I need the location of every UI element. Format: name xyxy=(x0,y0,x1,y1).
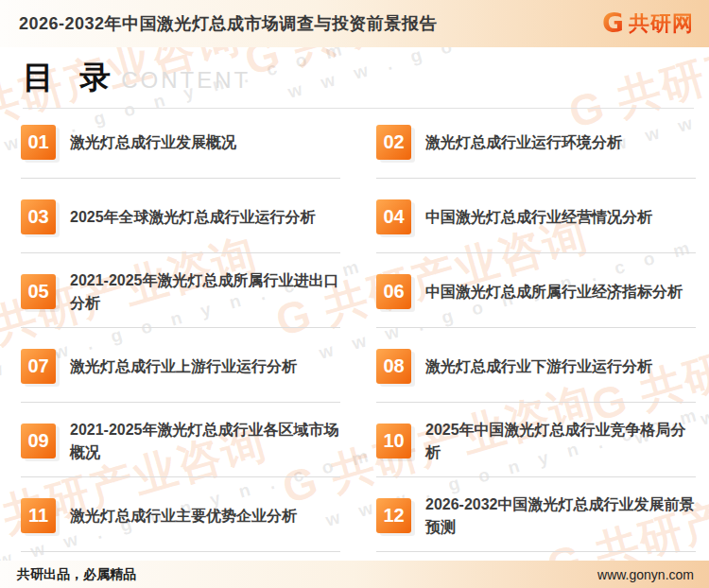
toc-item-number-badge: 04 xyxy=(376,199,411,234)
toc-item-title: 2025年中国激光灯总成行业竞争格局分析 xyxy=(425,419,696,462)
toc-item-number-badge: 11 xyxy=(21,498,56,533)
toc-item-number-badge: 01 xyxy=(21,125,56,160)
toc-item-number-badge: 12 xyxy=(376,498,411,533)
toc-item-12[interactable]: 12 2026-2032中国激光灯总成行业发展前景预测 xyxy=(376,488,696,562)
toc-item-04[interactable]: 04 中国激光灯总成行业经营情况分析 xyxy=(376,189,696,264)
toc-item-number-badge: 10 xyxy=(376,424,411,458)
toc-item-title: 激光灯总成行业发展概况 xyxy=(70,131,236,153)
toc-item-title: 中国激光灯总成行业经营情况分析 xyxy=(425,206,652,228)
report-title: 2026-2032年中国激光灯总成市场调查与投资前景报告 xyxy=(19,12,437,35)
toc-item-03[interactable]: 03 2025年全球激光灯总成行业运行分析 xyxy=(21,189,340,264)
toc-item-title: 激光灯总成行业上游行业运行分析 xyxy=(70,355,297,377)
toc-item-title: 激光灯总成行业下游行业运行分析 xyxy=(425,355,652,377)
footer-slogan: 共研出品，必属精品 xyxy=(17,566,136,583)
toc-item-title: 中国激光灯总成所属行业经济指标分析 xyxy=(425,281,683,303)
toc-item-title: 激光灯总成行业主要优势企业分析 xyxy=(70,505,297,527)
toc-item-10[interactable]: 10 2025年中国激光灯总成行业竞争格局分析 xyxy=(376,413,696,488)
toc-item-number-badge: 02 xyxy=(376,125,411,160)
toc-item-number-badge: 05 xyxy=(21,274,56,309)
logo-g-icon: G xyxy=(602,10,624,37)
report-toc-page: G 共研产业咨询 w w w . g o n y n . c o m G 共研产… xyxy=(0,0,709,588)
toc-item-02[interactable]: 02 激光灯总成行业运行环境分析 xyxy=(376,114,696,189)
header-bar: 2026-2032年中国激光灯总成市场调查与投资前景报告 G 共研网 xyxy=(0,0,709,47)
toc-item-01[interactable]: 01 激光灯总成行业发展概况 xyxy=(21,114,340,189)
toc-item-title: 2021-2025年激光灯总成所属行业进出口分析 xyxy=(70,269,340,313)
toc-item-title: 2025年全球激光灯总成行业运行分析 xyxy=(70,206,316,228)
toc-heading-subtitle: CONTENT xyxy=(121,67,251,94)
toc-item-title: 2021-2025年激光灯总成行业各区域市场概况 xyxy=(70,419,340,462)
toc-item-06[interactable]: 06 中国激光灯总成所属行业经济指标分析 xyxy=(376,264,696,338)
toc-item-number-badge: 03 xyxy=(21,199,56,234)
toc-item-11[interactable]: 11 激光灯总成行业主要优势企业分析 xyxy=(21,488,340,562)
toc-item-08[interactable]: 08 激光灯总成行业下游行业运行分析 xyxy=(376,338,696,413)
toc-item-07[interactable]: 07 激光灯总成行业上游行业运行分析 xyxy=(21,338,340,413)
footer-bar: 共研出品，必属精品 www.gonyn.com xyxy=(0,561,709,588)
toc-item-09[interactable]: 09 2021-2025年激光灯总成行业各区域市场概况 xyxy=(21,413,340,488)
toc-item-number-badge: 09 xyxy=(21,424,56,458)
toc-item-title: 2026-2032中国激光灯总成行业发展前景预测 xyxy=(425,493,696,537)
toc-list: 01 激光灯总成行业发展概况 02 激光灯总成行业运行环境分析 03 2025年… xyxy=(21,114,696,562)
brand-logo[interactable]: G 共研网 xyxy=(602,10,694,37)
toc-item-05[interactable]: 05 2021-2025年激光灯总成所属行业进出口分析 xyxy=(21,264,340,338)
toc-item-title: 激光灯总成行业运行环境分析 xyxy=(425,131,622,153)
toc-item-number-badge: 06 xyxy=(376,274,411,309)
toc-heading-title: 目 录 xyxy=(23,57,119,99)
toc-heading: 目 录 CONTENT xyxy=(23,57,694,109)
footer-website-link[interactable]: www.gonyn.com xyxy=(597,567,694,582)
logo-brand-name: 共研网 xyxy=(629,13,694,34)
toc-item-number-badge: 08 xyxy=(376,349,411,384)
toc-item-number-badge: 07 xyxy=(21,349,56,384)
